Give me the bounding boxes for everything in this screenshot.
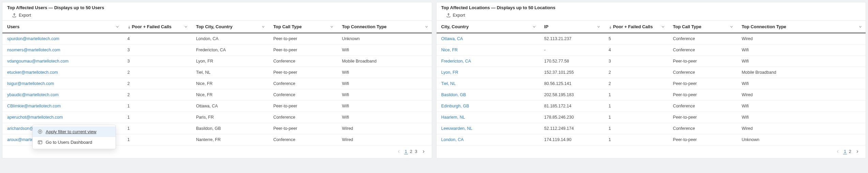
- col-calltype[interactable]: Top Call Type: [269, 21, 337, 33]
- chevron-down-icon: [858, 25, 862, 29]
- chevron-down-icon: [116, 25, 119, 29]
- ctx-apply-filter[interactable]: Apply filter to current view: [33, 126, 116, 137]
- cell-city: Basildon, GB: [437, 89, 539, 101]
- user-link[interactable]: CBlimkie@martellotech.com: [7, 104, 61, 108]
- cell-city: Haarlem, NL: [437, 112, 539, 123]
- table-row: Basildon, GB202.58.195.1831Peer-to-peerW…: [437, 89, 866, 101]
- col-conntype[interactable]: Top Connection Type: [337, 21, 431, 33]
- table-row: lsigur@martellotech.com2Nice, FRConferen…: [2, 78, 432, 89]
- location-link[interactable]: Basildon, GB: [441, 92, 466, 97]
- col-users[interactable]: Users: [2, 21, 123, 33]
- cell-city: Nice, FR: [437, 45, 539, 56]
- location-link[interactable]: Nice, FR: [441, 48, 458, 52]
- export-label: Export: [453, 13, 465, 18]
- cell-calls: 1: [604, 123, 668, 134]
- pager-next[interactable]: [422, 150, 426, 154]
- cell-conn: Wired: [337, 134, 431, 145]
- cell-city: Edinburgh, GB: [437, 101, 539, 112]
- pager-page[interactable]: 2: [409, 149, 413, 154]
- cell-ip: -: [539, 45, 604, 56]
- cell-ip: 152.37.101.255: [539, 67, 604, 78]
- location-link[interactable]: Leeuwarden, NL: [441, 126, 473, 131]
- cell-calls: 1: [604, 89, 668, 101]
- cell-calltype: Conference: [668, 33, 737, 45]
- cell-calls: 4: [604, 45, 668, 56]
- pager-prev[interactable]: [836, 150, 840, 154]
- cell-calltype: Conference: [668, 123, 737, 134]
- cell-city: Tiel, NL: [437, 78, 539, 89]
- cell-calls: 2: [123, 78, 192, 89]
- cell-ip: 81.185.172.14: [539, 101, 604, 112]
- cell-ip: 52.113.21.237: [539, 33, 604, 45]
- cell-conn: Wifi: [737, 112, 866, 123]
- user-link[interactable]: nsomers@martellotech.com: [7, 48, 60, 52]
- cell-calls: 1: [604, 101, 668, 112]
- ctx-go-dashboard[interactable]: Go to Users Dashboard: [33, 137, 116, 148]
- cell-conn: Wired: [337, 123, 431, 134]
- col-city[interactable]: Top City, Country: [191, 21, 269, 33]
- location-link[interactable]: Fredericton, CA: [441, 59, 471, 64]
- table-row: Ottawa, CA52.113.21.2375ConferenceWired: [437, 33, 866, 45]
- cell-city: Lyon, FR: [437, 67, 539, 78]
- export-icon: [446, 13, 451, 18]
- pager-page[interactable]: 1: [843, 149, 847, 154]
- cell-calltype: Conference: [269, 56, 337, 67]
- top-affected-users-panel: Top Affected Users — Displays up to 50 U…: [2, 2, 432, 158]
- col-poor-failed[interactable]: Poor + Failed Calls: [604, 21, 668, 33]
- cell-calls: 1: [123, 134, 192, 145]
- cell-ip: 52.112.249.174: [539, 123, 604, 134]
- table-row: etucker@martellotech.com2Tiel, NLPeer-to…: [2, 67, 432, 78]
- cell-city: Paris, FR: [191, 112, 269, 123]
- col-calltype[interactable]: Top Call Type: [668, 21, 737, 33]
- user-link[interactable]: etucker@martellotech.com: [7, 70, 58, 75]
- location-link[interactable]: London, CA: [441, 137, 464, 142]
- cell-city: Leeuwarden, NL: [437, 123, 539, 134]
- chevron-down-icon: [730, 25, 733, 29]
- user-link[interactable]: lsigur@martellotech.com: [7, 81, 54, 86]
- location-link[interactable]: Haarlem, NL: [441, 115, 465, 120]
- pager-prev[interactable]: [397, 150, 401, 154]
- col-poor-failed[interactable]: Poor + Failed Calls: [123, 21, 192, 33]
- top-affected-locations-panel: Top Affected Locations — Displays up to …: [436, 2, 866, 158]
- cell-calltype: Peer-to-peer: [668, 56, 737, 67]
- cell-city: Fredericton, CA: [191, 45, 269, 56]
- cell-calltype: Peer-to-peer: [668, 89, 737, 101]
- user-link[interactable]: spurdon@martellotech.com: [7, 36, 59, 41]
- cell-conn: Wifi: [737, 56, 866, 67]
- cell-calls: 1: [123, 112, 192, 123]
- cell-calls: 2: [123, 67, 192, 78]
- context-menu: Apply filter to current view Go to Users…: [32, 125, 116, 149]
- arrow-down-icon: [609, 25, 612, 29]
- user-link[interactable]: aperuchot@martellotech.com: [7, 115, 63, 120]
- cell-ip: 80.56.125.141: [539, 78, 604, 89]
- export-button[interactable]: Export: [437, 12, 866, 21]
- location-link[interactable]: Edinburgh, GB: [441, 104, 469, 108]
- user-link[interactable]: ybaudic@martellotech.com: [7, 92, 59, 97]
- cell-calls: 2: [604, 78, 668, 89]
- export-button[interactable]: Export: [2, 12, 432, 21]
- cell-calltype: Peer-to-peer: [269, 101, 337, 112]
- col-ip[interactable]: IP: [539, 21, 604, 33]
- table-row: Edinburgh, GB81.185.172.141ConferenceWif…: [437, 101, 866, 112]
- cell-city: Ottawa, CA: [437, 33, 539, 45]
- cell-conn: Wifi: [337, 89, 431, 101]
- locations-table: City, Country IP Poor + Failed Calls Top…: [437, 21, 866, 145]
- table-row: vdangoumau@martellotech.com3Lyon, FRConf…: [2, 56, 432, 67]
- cell-calltype: Peer-to-peer: [269, 33, 337, 45]
- cell-calls: 3: [123, 56, 192, 67]
- pager-page[interactable]: 2: [848, 149, 852, 154]
- cell-conn: Wifi: [337, 67, 431, 78]
- user-link[interactable]: vdangoumau@martellotech.com: [7, 59, 68, 64]
- pager-page[interactable]: 3: [414, 149, 418, 154]
- location-link[interactable]: Ottawa, CA: [441, 36, 463, 41]
- chevron-down-icon: [661, 25, 665, 29]
- pager-page[interactable]: 1: [404, 149, 408, 154]
- cell-calls: 5: [604, 33, 668, 45]
- pager-next[interactable]: [855, 150, 859, 154]
- location-link[interactable]: Tiel, NL: [441, 81, 456, 86]
- cell-calltype: Conference: [269, 112, 337, 123]
- col-conntype[interactable]: Top Connection Type: [737, 21, 866, 33]
- col-city[interactable]: City, Country: [437, 21, 539, 33]
- cell-calltype: Peer-to-peer: [668, 112, 737, 123]
- location-link[interactable]: Lyon, FR: [441, 70, 458, 75]
